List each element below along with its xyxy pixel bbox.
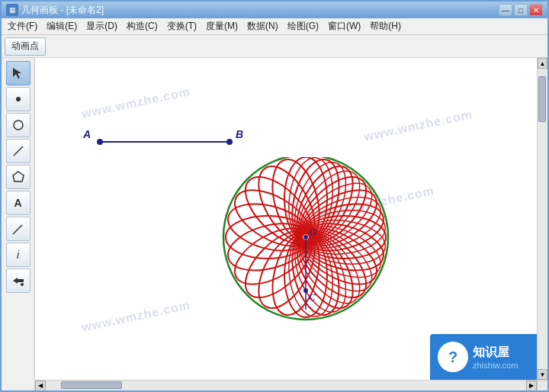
menu-measure[interactable]: 度量(M) (201, 18, 242, 34)
toolbar: 动画点 (2, 35, 547, 58)
title-bar-left: ▦ 几何画板 - [未命名2] (6, 4, 104, 17)
main-window: ▦ 几何画板 - [未命名2] — □ ✕ 文件(F) 编辑(E) 显示(D) … (0, 0, 549, 392)
marker-tool[interactable] (6, 217, 30, 241)
logo-question-mark: ? (448, 349, 458, 366)
svg-point-52 (303, 288, 308, 293)
svg-text:O: O (310, 226, 317, 237)
menu-display[interactable]: 显示(D) (82, 18, 122, 34)
line-tool[interactable] (6, 139, 30, 163)
point-tool[interactable] (6, 87, 30, 111)
arrow-tool[interactable] (6, 268, 30, 293)
polygon-tool[interactable] (6, 165, 30, 189)
svg-line-3 (14, 146, 23, 156)
menu-bar: 文件(F) 编辑(E) 显示(D) 构造(C) 变换(T) 度量(M) 数据(N… (2, 18, 547, 35)
drawing-canvas[interactable]: www.wmzhe.com www.wmzhe.com www.wmzhe.co… (35, 58, 537, 380)
svg-marker-0 (13, 68, 21, 79)
maximize-btn[interactable]: □ (514, 4, 528, 16)
menu-data[interactable]: 数据(N) (242, 18, 283, 34)
logo-site-name: 知识屋 (473, 345, 518, 361)
logo-site-url: zhishiw.com (473, 361, 518, 370)
svg-point-10 (97, 139, 103, 145)
title-bar: ▦ 几何画板 - [未命名2] — □ ✕ (2, 2, 547, 18)
window-title: 几何画板 - [未命名2] (21, 4, 104, 17)
logo-badge: ? 知识屋 zhishiw.com (430, 334, 537, 380)
title-buttons: — □ ✕ (499, 4, 543, 16)
logo-text-block: 知识屋 zhishiw.com (473, 345, 518, 370)
app-icon: ▦ (6, 4, 18, 16)
svg-text:C: C (309, 291, 316, 303)
close-btn[interactable]: ✕ (529, 4, 543, 16)
logo-icon: ? (438, 342, 468, 372)
scrollbar-horizontal-container: ◀ ▶ (35, 380, 547, 390)
svg-point-1 (16, 97, 21, 101)
menu-graph[interactable]: 绘图(G) (283, 18, 323, 34)
watermark-1: www.wmzhe.com (81, 85, 191, 121)
scroll-thumb-vertical[interactable] (538, 76, 546, 122)
scroll-track-vertical[interactable] (538, 69, 547, 369)
svg-marker-7 (13, 278, 24, 284)
scroll-down-btn[interactable]: ▼ (538, 369, 547, 380)
animate-button[interactable]: 动画点 (5, 37, 46, 56)
svg-point-2 (14, 120, 23, 130)
svg-point-11 (226, 139, 233, 145)
menu-help[interactable]: 帮助(H) (365, 18, 406, 34)
ab-segment (77, 127, 252, 157)
svg-point-8 (21, 283, 24, 286)
scrollbar-horizontal[interactable]: ◀ ▶ (35, 380, 537, 390)
scroll-track-horizontal[interactable] (46, 381, 526, 391)
scroll-up-btn[interactable]: ▲ (538, 58, 547, 69)
pointer-tool[interactable] (6, 61, 30, 85)
scroll-left-btn[interactable]: ◀ (35, 381, 46, 391)
menu-transform[interactable]: 变换(T) (162, 18, 201, 34)
left-toolbar: A i (2, 58, 35, 390)
svg-line-5 (14, 225, 22, 233)
watermark-4: www.wmzhe.com (363, 108, 474, 144)
point-b-label: B (236, 128, 243, 140)
scroll-right-btn[interactable]: ▶ (526, 381, 537, 391)
point-a-label: A (83, 128, 91, 140)
geometric-figure: O C (218, 157, 393, 340)
info-tool[interactable]: i (6, 243, 30, 267)
menu-construct[interactable]: 构造(C) (122, 18, 162, 34)
menu-file[interactable]: 文件(F) (3, 18, 42, 34)
menu-edit[interactable]: 编辑(E) (42, 18, 82, 34)
menu-window[interactable]: 窗口(W) (323, 18, 365, 34)
svg-point-50 (303, 235, 308, 239)
text-tool[interactable]: A (6, 191, 30, 215)
svg-line-6 (13, 233, 14, 234)
scroll-corner (537, 380, 547, 390)
compass-tool[interactable] (6, 113, 30, 137)
minimize-btn[interactable]: — (499, 4, 512, 16)
main-area: A i www.wmzhe.com www.wmzhe.com www.wmzh… (2, 58, 547, 390)
scroll-thumb-horizontal[interactable] (61, 381, 122, 389)
scrollbar-vertical[interactable]: ▲ ▼ (537, 58, 547, 380)
watermark-3: www.wmzhe.com (81, 298, 191, 335)
svg-marker-4 (13, 172, 24, 182)
